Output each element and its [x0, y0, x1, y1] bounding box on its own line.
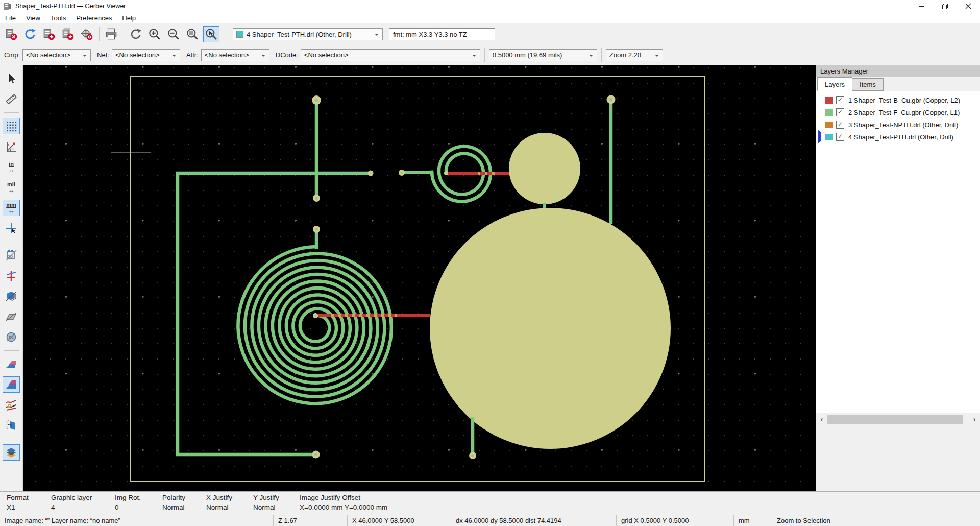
toolbar-separator — [99, 27, 100, 41]
grid-size-select[interactable]: 0.5000 mm (19.69 mils) — [489, 49, 597, 61]
net-select[interactable]: <No selection> — [112, 49, 180, 61]
active-layer-caret-icon — [818, 130, 821, 144]
reload-layers-button[interactable] — [22, 26, 38, 42]
open-job-file-button[interactable] — [79, 26, 95, 42]
maximize-button[interactable] — [933, 0, 957, 12]
zoom-to-fit-button[interactable] — [184, 26, 201, 42]
toolbar-separator — [601, 48, 602, 62]
active-layer-select[interactable]: 4 Shaper_Test-PTH.drl (Other, Drill) — [233, 28, 383, 40]
scroll-right-arrow[interactable]: › — [969, 415, 980, 423]
sketch-flashed-items-button[interactable] — [3, 247, 20, 264]
layer-visibility-checkbox[interactable]: ✓ — [836, 133, 844, 141]
layers-horizontal-scrollbar[interactable]: ‹ › — [816, 413, 980, 425]
layers-manager-panel: Layers Manager Layers Items ✓ 1 Shaper_T… — [816, 65, 980, 491]
zoom-to-selection-button[interactable] — [203, 26, 219, 42]
clear-layers-icon — [5, 28, 18, 41]
layer-blend-icon — [5, 358, 17, 370]
show-dcodes-button[interactable]: D1 — [3, 329, 20, 345]
menu-view[interactable]: View — [21, 13, 45, 23]
layers-manager-title: Layers Manager — [816, 65, 980, 77]
units-mils-button[interactable]: mil ↔ — [3, 179, 20, 196]
layer-row-1[interactable]: ✓ 1 Shaper_Test-B_Cu.gbr (Copper, L2) — [816, 94, 980, 106]
filter-toolbar: Cmp: <No selection> Net: <No selection> … — [0, 45, 980, 65]
show-grid-button[interactable] — [3, 118, 20, 134]
sketch-lines-mode-button[interactable] — [3, 268, 20, 284]
toolbar-separator — [4, 439, 19, 439]
redraw-view-button[interactable] — [128, 26, 144, 42]
toolbar-separator — [4, 350, 19, 351]
print-button[interactable] — [103, 26, 119, 42]
open-job-icon — [80, 28, 93, 41]
status-bar: Image name: “” Layer name: “no name” Z 1… — [0, 515, 980, 526]
gerber-drawing — [23, 65, 816, 491]
width-arrow-icon: ↔ — [8, 187, 15, 193]
status-cursor-position: X 46.0000 Y 58.5000 — [347, 515, 451, 526]
open-gerber-files-button[interactable] — [41, 26, 57, 42]
cmp-label: Cmp: — [4, 51, 20, 59]
grid-dots-major — [23, 65, 816, 491]
footprint-sketch-icon — [5, 249, 17, 261]
flip-view-button[interactable] — [3, 417, 20, 434]
crossed-traces-icon — [5, 270, 17, 282]
prop-img-rot: Img Rot. 0 — [115, 494, 141, 511]
gerber-canvas[interactable] — [23, 65, 816, 491]
layer-label: 2 Shaper_Test-F_Cu.gbr (Copper, L1) — [848, 109, 960, 116]
select-tool-button[interactable] — [3, 70, 20, 87]
tab-layers[interactable]: Layers — [817, 77, 852, 91]
menu-tools[interactable]: Tools — [45, 13, 71, 23]
layers-manager-toggle-button[interactable] — [3, 444, 20, 461]
layer-visibility-checkbox[interactable]: ✓ — [836, 96, 844, 104]
layer-visibility-checkbox[interactable]: ✓ — [836, 121, 844, 129]
tab-items[interactable]: Items — [852, 78, 884, 91]
layer-label: 3 Shaper_Test-NPTH.drl (Other, Drill) — [848, 121, 958, 129]
menu-bar: File View Tools Preferences Help — [0, 12, 980, 23]
layer-visibility-checkbox[interactable]: ✓ — [836, 108, 844, 116]
format-info-box[interactable]: fmt: mm X3.3 Y3.3 no TZ — [389, 28, 495, 40]
dcode-select-value: <No selection> — [304, 51, 349, 59]
menu-help[interactable]: Help — [117, 13, 141, 23]
units-inches-button[interactable]: in ↔ — [3, 159, 20, 175]
measure-tool-button[interactable] — [3, 91, 20, 107]
reload-icon — [23, 28, 37, 41]
net-select-value: <No selection> — [115, 51, 160, 59]
toolbar-separator — [484, 48, 485, 62]
scroll-left-arrow[interactable]: ‹ — [816, 415, 827, 423]
minimize-button[interactable] — [910, 0, 933, 12]
clear-all-layers-button[interactable] — [3, 26, 19, 42]
dcode-icon: D1 — [5, 331, 17, 343]
open-drill-files-button[interactable] — [60, 26, 76, 42]
zoom-level-select[interactable]: Zoom 2.20 — [606, 49, 663, 61]
menu-preferences[interactable]: Preferences — [71, 13, 117, 23]
small-spiral-lead — [402, 172, 432, 173]
ghost-mode-button[interactable] — [3, 356, 20, 372]
close-button[interactable] — [957, 0, 980, 12]
prop-format: Format X1 — [7, 494, 29, 511]
toolbar-separator — [4, 242, 19, 242]
layer-row-2[interactable]: ✓ 2 Shaper_Test-F_Cu.gbr (Copper, L1) — [816, 106, 980, 118]
cmp-select[interactable]: <No selection> — [22, 49, 91, 61]
layer-row-3[interactable]: ✓ 3 Shaper_Test-NPTH.drl (Other, Drill) — [816, 118, 980, 131]
layers-stack-icon — [5, 446, 17, 459]
full-crosshair-cursor-button[interactable] — [3, 220, 20, 236]
polar-coordinates-button[interactable]: r θ — [3, 138, 20, 155]
high-contrast-mode-button[interactable] — [3, 397, 20, 413]
units-millimeters-button[interactable]: mm ↔ — [3, 200, 20, 216]
zoom-in-button[interactable] — [146, 26, 163, 42]
attr-select[interactable]: <No selection> — [201, 49, 270, 61]
sketch-polygons-button[interactable] — [3, 288, 20, 304]
zoom-out-button[interactable] — [165, 26, 182, 42]
curved-traces-icon — [5, 399, 17, 411]
parallelogram-icon — [5, 310, 17, 323]
minimize-icon — [918, 3, 924, 9]
width-arrow-icon: ↔ — [8, 208, 15, 213]
dcode-select[interactable]: <No selection> — [301, 49, 480, 61]
layer-row-4-active[interactable]: ✓ 4 Shaper_Test-PTH.drl (Other, Drill) — [816, 131, 980, 143]
active-layer-value: 4 Shaper_Test-PTH.drl (Other, Drill) — [247, 31, 352, 38]
prop-graphic-layer: Graphic layer 4 — [51, 494, 92, 511]
scrollbar-thumb[interactable] — [827, 415, 963, 424]
attr-select-value: <No selection> — [205, 51, 249, 59]
sketch-outlines-button[interactable] — [3, 308, 20, 325]
menu-file[interactable]: File — [0, 13, 21, 23]
toolbar-separator — [224, 27, 224, 41]
diff-mode-button[interactable] — [3, 376, 20, 393]
